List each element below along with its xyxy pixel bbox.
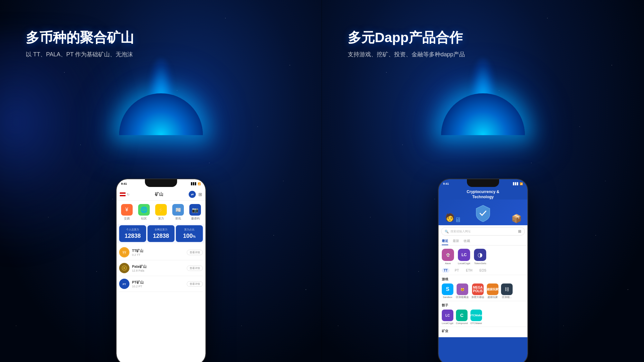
expand-icon[interactable]: ⊞ <box>518 229 521 234</box>
trade-icon: ¥ <box>121 204 133 216</box>
recent-apps: 👻 Aave LC LocalCrypt ◑ TokenSets <box>439 246 527 266</box>
compute-icon: ⚡ <box>155 204 167 216</box>
illus-person: 🧑 <box>445 213 455 222</box>
quick-item-trade[interactable]: ¥ 交易 <box>121 204 133 221</box>
news-label: 资讯 <box>175 217 181 221</box>
compound-label: Compound <box>456 322 468 325</box>
tt-amount: 0.2 TT <box>132 253 143 256</box>
mining-item-pala: Pala矿山 12.8 Pala 查看详情 <box>119 260 203 276</box>
cat-tab-pt[interactable]: PT <box>453 268 461 273</box>
grid-icon[interactable]: ⊞ <box>198 192 202 197</box>
panel-subtitle-right: 支持游戏、挖矿、投资、金融等多种dapp产品 <box>348 51 618 58</box>
mining-item-tt: TT TT矿山 0.2 TT 查看详情 <box>119 245 203 260</box>
phone2-content: 🔍 搜索或输入网址 ⊞ 最近 最新 收藏 👻 <box>439 225 527 337</box>
trade-label: 交易 <box>124 217 130 221</box>
pt-detail-btn[interactable]: 查看详情 <box>187 281 203 287</box>
dice-row: LC LocalCrypt C Compound OTCMaker OTCMak… <box>442 310 524 325</box>
cat-tab-eth[interactable]: ETH <box>464 268 474 273</box>
app-aave[interactable]: 👻 Aave <box>442 249 454 265</box>
community-label: 社区 <box>141 217 147 221</box>
cat-tabs: TT PT ETH EOS <box>439 266 527 275</box>
percent-sign: % <box>193 235 196 238</box>
phone2-illustration: 🧑 📦 🖥 <box>439 200 527 225</box>
search-bar[interactable]: 🔍 搜索或输入网址 ⊞ <box>441 227 525 236</box>
dice-section: 骰子 LC LocalCrypt C Compound OTCM <box>439 301 527 327</box>
panel-right: 多元Dapp产品合作 支持游戏、挖矿、投资、金融等多种dapp产品 9:41 ▋… <box>322 0 644 362</box>
app-tokensets[interactable]: ◑ TokenSets <box>474 249 486 265</box>
stat-network-value: 12838 <box>149 233 173 239</box>
quick-item-community[interactable]: 🌐 社区 <box>138 204 150 221</box>
illus-server: 🖥 <box>455 216 461 224</box>
blockchain-extra-label: 区块链... <box>502 296 512 299</box>
quick-item-compute[interactable]: ⚡ 算力 <box>155 204 167 221</box>
super-player-icon: 超级玩家 <box>487 283 498 295</box>
mining-pala-left: Pala矿山 12.8 Pala <box>119 263 147 273</box>
flag-icon <box>120 192 126 196</box>
app-sandbox[interactable]: S Sandbox <box>442 283 453 299</box>
quick-menu: ¥ 交易 🌐 社区 ⚡ 算力 📰 资讯 <box>117 201 205 224</box>
transfer-icon[interactable]: ⇄ <box>189 191 196 198</box>
stats-grid: 个人总算力 12838 全网总算力 12838 算力占比 100% <box>117 224 205 243</box>
industry-title: 矿业 <box>442 329 524 333</box>
stat-ratio-value: 100% <box>178 233 201 239</box>
panel-title-right: 多元Dapp产品合作 <box>348 29 618 47</box>
panel-title-left: 多币种的聚合矿山 <box>26 29 296 47</box>
status-bar-right: 9:41 ▋▋▋ 📶 <box>439 179 527 188</box>
signal-bars-right: ▋▋▋ <box>513 182 519 185</box>
pala-detail-btn[interactable]: 查看详情 <box>187 265 203 271</box>
community-icon: 🌐 <box>138 204 150 216</box>
wifi-icon-right: 📶 <box>520 182 523 185</box>
app-megapolis[interactable]: MEGAPOLIS 加密大都会 <box>471 283 484 299</box>
compute-label: 算力 <box>158 217 164 221</box>
notch-left <box>145 179 177 187</box>
nav-bar-left: ↻ 矿山 ⇄ ⊞ <box>117 188 205 201</box>
mining-list: TT TT矿山 0.2 TT 查看详情 <box>117 243 205 293</box>
tab-favorites[interactable]: 收藏 <box>464 239 470 245</box>
quick-item-invite[interactable]: 📷 邀请码 <box>189 204 201 221</box>
tokensets-icon: ◑ <box>474 249 486 261</box>
tab-recent[interactable]: 最近 <box>442 239 448 245</box>
time-left: 9:41 <box>121 182 127 185</box>
quick-item-news[interactable]: 📰 资讯 <box>172 204 184 221</box>
panel-header-right: 多元Dapp产品合作 支持游戏、挖矿、投资、金融等多种dapp产品 <box>348 29 618 58</box>
sandbox-icon: S <box>442 283 453 295</box>
app-compound[interactable]: C Compound <box>456 310 468 325</box>
planet-sphere-left <box>119 93 203 135</box>
search-input[interactable]: 搜索或输入网址 <box>450 229 516 234</box>
pala-info: Pala矿山 12.8 Pala <box>132 264 147 272</box>
app-otcmaker[interactable]: OTCMaker OTCMaker <box>470 310 482 325</box>
app-super-player[interactable]: 超级玩家 超级玩家 <box>487 283 498 299</box>
app-localcrypt-recent[interactable]: LC LocalCrypt <box>458 249 470 265</box>
illus-box: 📦 <box>511 214 522 224</box>
pala-amount: 12.8 Pala <box>132 269 147 272</box>
dice-title: 骰子 <box>442 303 524 308</box>
app-blockchain-extra[interactable]: ⛓ 区块链... <box>501 283 513 299</box>
stat-personal-value: 12838 <box>121 233 144 239</box>
localcrypt-label: LocalCrypt <box>458 262 470 265</box>
pala-name: Pala矿山 <box>132 264 147 269</box>
phone2-app-title: Cryptocurrency & Technology <box>439 190 527 200</box>
phone-left: 9:41 ▋▋▋ 📶 ↻ 矿山 ⇄ ⊞ <box>116 179 206 362</box>
signal-bars: ▋▋▋ <box>191 182 197 185</box>
planet-sphere-right <box>441 93 525 135</box>
mining-tt-left: TT TT矿山 0.2 TT <box>119 247 143 257</box>
tt-detail-btn[interactable]: 查看详情 <box>187 250 203 255</box>
invite-icon: 📷 <box>189 204 201 216</box>
blockchain-game-icon: 🐱 <box>457 283 468 295</box>
nav-left-icons: ↻ <box>120 192 129 196</box>
app-blockchain-game[interactable]: 🐱 区块链截金 <box>456 283 469 299</box>
localcrypt-dice-label: LocalCrypt <box>442 322 453 325</box>
megapolis-icon: MEGAPOLIS <box>472 283 484 295</box>
cat-tab-tt[interactable]: TT <box>442 268 450 273</box>
svg-text:PT: PT <box>123 283 126 286</box>
title-line2: Technology <box>472 195 494 199</box>
tt-logo: TT <box>119 247 129 257</box>
refresh-icon[interactable]: ↻ <box>127 193 129 196</box>
cat-tab-eos[interactable]: EOS <box>478 268 488 273</box>
tab-latest[interactable]: 最新 <box>453 239 459 245</box>
tt-info: TT矿山 0.2 TT <box>132 248 143 256</box>
app-localcrypt-dice[interactable]: LC LocalCrypt <box>442 310 453 325</box>
dapp-tabs: 最近 最新 收藏 <box>439 237 527 246</box>
compound-icon: C <box>456 310 468 321</box>
mining-item-pt: PT PT矿山 10.2 PT 查看详情 <box>119 276 203 292</box>
